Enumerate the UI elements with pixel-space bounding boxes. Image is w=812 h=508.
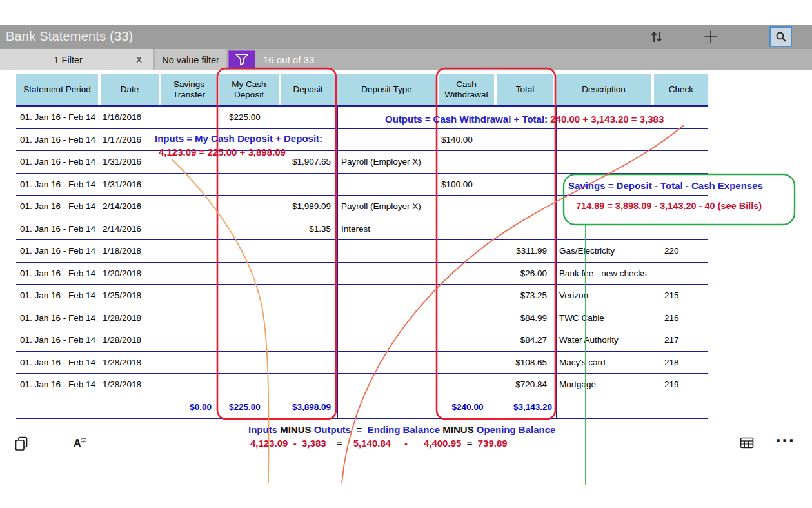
column-header-total[interactable]: Total bbox=[497, 74, 556, 105]
more-options-button[interactable]: ··· bbox=[775, 432, 795, 450]
search-icon bbox=[775, 31, 787, 43]
cell-total: $26.00 bbox=[497, 263, 556, 285]
cell-date: 1/18/2018 bbox=[101, 240, 161, 262]
total-cell-description bbox=[556, 396, 654, 418]
add-button[interactable] bbox=[703, 29, 718, 46]
cell-cash-withdrawal bbox=[439, 285, 497, 307]
savings-formula-label: Savings = Deposit - Total - Cash Expense… bbox=[568, 180, 763, 191]
cell-total bbox=[497, 196, 556, 218]
column-header-my-cash-deposit[interactable]: My Cash Deposit bbox=[219, 74, 281, 105]
annotation-inputs-formula: Inputs = My Cash Deposit + Deposit: bbox=[155, 133, 322, 144]
translate-icon-sup: 字 bbox=[81, 438, 87, 444]
cell-total bbox=[497, 174, 556, 196]
cell-deposit-type bbox=[337, 352, 439, 374]
cell-cash-withdrawal bbox=[439, 151, 497, 173]
cell-deposit-type bbox=[337, 329, 439, 351]
cell-deposit-type bbox=[337, 129, 439, 151]
search-button[interactable] bbox=[769, 26, 792, 47]
cell-deposit-type: Payroll (Employer X) bbox=[337, 151, 439, 173]
copy-button[interactable] bbox=[14, 436, 29, 453]
cell-period: 01. Jan 16 - Feb 14 bbox=[16, 285, 101, 307]
formula-part: MINUS bbox=[280, 424, 311, 435]
table-row[interactable]: 01. Jan 16 - Feb 141/25/2018$73.25Verizo… bbox=[16, 285, 708, 307]
cell-savings-transfer bbox=[161, 218, 219, 240]
translate-button[interactable]: A字 bbox=[74, 437, 87, 449]
cell-cash-withdrawal bbox=[439, 218, 497, 240]
cell-description: Mortgage bbox=[556, 374, 654, 396]
cell-deposit-type bbox=[337, 240, 439, 262]
column-header-date[interactable]: Date bbox=[101, 74, 161, 105]
app-window: Bank Statements (33) 1 Filter X No value bbox=[0, 0, 812, 508]
total-total: $3,143.20 bbox=[497, 396, 556, 418]
filter-button[interactable] bbox=[228, 50, 255, 69]
column-header-savings-transfer[interactable]: Savings Transfer bbox=[161, 74, 219, 105]
column-header-deposit-type[interactable]: Deposit Type bbox=[337, 74, 439, 105]
cell-my-cash-deposit bbox=[219, 329, 281, 351]
cell-cash-withdrawal bbox=[439, 329, 497, 351]
table-row[interactable]: 01. Jan 16 - Feb 141/28/2018$84.27Water … bbox=[16, 329, 708, 352]
cell-deposit bbox=[281, 240, 337, 262]
table-row[interactable]: 01. Jan 16 - Feb 141/28/2018$108.65Macy'… bbox=[16, 352, 708, 374]
funnel-icon bbox=[235, 53, 249, 66]
inputs-formula-label: Inputs = My Cash Deposit + Deposit: bbox=[155, 133, 322, 144]
remove-filter-icon[interactable]: X bbox=[136, 55, 153, 65]
sort-button[interactable] bbox=[650, 29, 663, 46]
table-row[interactable]: 01. Jan 16 - Feb 142/14/2016$1.35Interes… bbox=[16, 218, 708, 241]
table-header: Statement PeriodDateSavings TransferMy C… bbox=[16, 74, 708, 107]
cell-my-cash-deposit bbox=[219, 240, 281, 262]
cell-deposit bbox=[281, 374, 337, 396]
cell-date: 2/14/2016 bbox=[101, 218, 161, 240]
plus-icon bbox=[703, 29, 718, 45]
table-body: 01. Jan 16 - Feb 141/16/2016$225.0001. J… bbox=[16, 107, 708, 396]
cell-check: 217 bbox=[654, 329, 708, 351]
filter-chip-label: 1 Filter bbox=[0, 55, 136, 65]
column-header-check[interactable]: Check bbox=[654, 74, 708, 105]
titlebar: Bank Statements (33) bbox=[0, 25, 812, 49]
table-row[interactable]: 01. Jan 16 - Feb 141/18/2018$311.99Gas/E… bbox=[16, 240, 708, 263]
cell-savings-transfer bbox=[161, 374, 219, 396]
table-row[interactable]: 01. Jan 16 - Feb 141/31/2016$1,907.65Pay… bbox=[16, 151, 708, 174]
total-cell-date bbox=[101, 396, 161, 418]
cell-deposit bbox=[281, 174, 337, 196]
formula-part: 739.89 bbox=[478, 438, 508, 449]
cell-date: 1/16/2016 bbox=[101, 107, 161, 128]
cell-check bbox=[654, 218, 708, 240]
cell-description bbox=[556, 218, 654, 240]
column-header-description[interactable]: Description bbox=[556, 74, 654, 105]
inputs-formula-value: 4,123.09 = 225.00 + 3,898.09 bbox=[159, 147, 286, 157]
cell-check: 215 bbox=[654, 285, 708, 307]
cell-period: 01. Jan 16 - Feb 14 bbox=[16, 196, 101, 218]
cell-total: $108.65 bbox=[497, 352, 556, 374]
cell-period: 01. Jan 16 - Feb 14 bbox=[16, 263, 101, 285]
cell-savings-transfer bbox=[161, 352, 219, 374]
cell-description: TWC Cable bbox=[556, 307, 654, 329]
column-header-deposit[interactable]: Deposit bbox=[281, 74, 337, 105]
filter-bar: 1 Filter X No value filter 16 out of 33 bbox=[0, 49, 812, 70]
cell-cash-withdrawal bbox=[439, 352, 497, 374]
calendar-button[interactable] bbox=[740, 436, 754, 451]
table-row[interactable]: 01. Jan 16 - Feb 141/28/2018$84.99TWC Ca… bbox=[16, 307, 708, 330]
toolbar-divider-left bbox=[52, 435, 52, 452]
table-row[interactable]: 01. Jan 16 - Feb 141/28/2018$720.84Mortg… bbox=[16, 374, 708, 396]
cell-my-cash-deposit bbox=[219, 374, 281, 396]
filter-chip[interactable]: 1 Filter X bbox=[0, 49, 153, 70]
no-value-filter-chip[interactable]: No value filter bbox=[155, 49, 226, 70]
cell-check bbox=[654, 151, 708, 173]
total-savings-transfer: $0.00 bbox=[161, 396, 219, 418]
formula-part: Ending Balance bbox=[364, 424, 442, 435]
cell-cash-withdrawal bbox=[439, 307, 497, 329]
result-count: 16 out of 33 bbox=[263, 54, 314, 65]
cell-date: 1/28/2018 bbox=[101, 352, 161, 374]
table-row[interactable]: 01. Jan 16 - Feb 141/20/2018$26.00Bank f… bbox=[16, 263, 708, 285]
cell-total bbox=[497, 129, 556, 151]
column-header-cash-withdrawal[interactable]: Cash Withdrawal bbox=[439, 74, 497, 105]
column-header-statement-period[interactable]: Statement Period bbox=[16, 74, 101, 105]
cell-total bbox=[497, 218, 556, 240]
cell-my-cash-deposit bbox=[219, 218, 281, 240]
cell-date: 1/28/2018 bbox=[101, 307, 161, 329]
cell-date: 1/31/2016 bbox=[101, 174, 161, 196]
table-row[interactable]: 01. Jan 16 - Feb 141/17/2016$140.00 bbox=[16, 129, 708, 152]
cell-deposit-type bbox=[337, 263, 439, 285]
cell-deposit: $1.35 bbox=[281, 218, 337, 240]
sort-icon bbox=[650, 29, 663, 45]
